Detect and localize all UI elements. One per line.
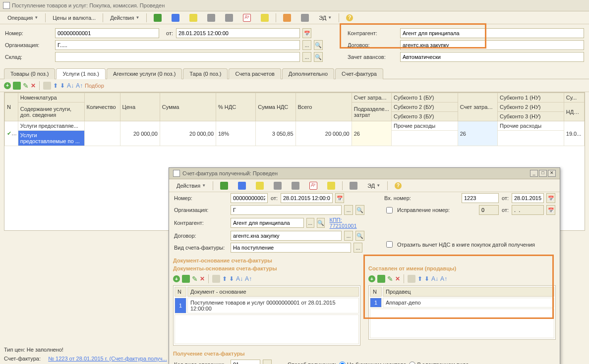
tab-invoice[interactable]: Счет-фактура bbox=[335, 68, 383, 79]
select-icon[interactable]: ... bbox=[344, 231, 353, 241]
table-row[interactable]: ✔ 1 Услуги предоставляе... 20 000,00 20 … bbox=[5, 121, 585, 131]
d-org-field[interactable] bbox=[231, 205, 342, 215]
invoice-link[interactable]: № 1223 от 28.01.2015 г. (Счет-фактура по… bbox=[48, 356, 167, 362]
seller-delete-icon[interactable]: ✕ bbox=[395, 275, 400, 282]
grid-body[interactable]: ✔ 1 Услуги предоставляе... 20 000,00 20 … bbox=[5, 121, 585, 146]
search-icon[interactable]: 🔍 bbox=[355, 205, 364, 215]
row-down-icon[interactable]: ⬇ bbox=[60, 82, 65, 89]
close-icon[interactable]: ✕ bbox=[548, 170, 556, 177]
calendar-icon[interactable]: 📅 bbox=[302, 28, 311, 38]
refresh-icon[interactable] bbox=[167, 12, 184, 24]
paper-radio[interactable]: На бумажном носителе bbox=[339, 362, 406, 364]
podbor-link[interactable]: Подбор bbox=[85, 83, 104, 89]
calendar-icon[interactable]: 📅 bbox=[546, 193, 555, 203]
tab-additional[interactable]: Дополнительно bbox=[282, 68, 334, 79]
dialog-report-icon[interactable] bbox=[345, 180, 362, 192]
select-icon[interactable]: ... bbox=[344, 205, 353, 215]
tab-accounts[interactable]: Счета расчетов bbox=[229, 68, 281, 79]
tab-goods[interactable]: Товары (0 поз.) bbox=[4, 68, 55, 79]
row-delete-icon[interactable]: ✕ bbox=[31, 82, 36, 89]
post-icon[interactable] bbox=[203, 12, 220, 24]
org-search-icon[interactable]: 🔍 bbox=[314, 40, 323, 50]
electronic-radio[interactable]: В электронном виде bbox=[409, 362, 469, 364]
seller-up-icon[interactable]: ⬆ bbox=[417, 275, 422, 282]
seller-sort-desc-icon[interactable]: A↑ bbox=[440, 275, 447, 282]
org-select-icon[interactable]: ... bbox=[302, 40, 311, 50]
warehouse-select-icon[interactable]: ... bbox=[302, 52, 311, 62]
seller-down-icon[interactable]: ⬇ bbox=[424, 275, 429, 282]
seller-add-icon[interactable]: + bbox=[368, 275, 375, 282]
warehouse-field[interactable] bbox=[55, 52, 300, 62]
table-row[interactable]: 1Аппарат-депо bbox=[370, 298, 554, 308]
date-field[interactable] bbox=[176, 28, 300, 38]
search-icon[interactable]: 🔍 bbox=[355, 231, 364, 241]
row-disable-icon[interactable] bbox=[43, 82, 51, 90]
actions-menu[interactable]: Действия▼ bbox=[106, 13, 144, 23]
d-contract-field[interactable] bbox=[231, 231, 342, 241]
table-row[interactable]: 1Поступление товаров и услуг 00000000001… bbox=[175, 298, 359, 313]
dialog-basis-icon[interactable] bbox=[323, 180, 340, 192]
tab-tare[interactable]: Тара (0 поз.) bbox=[183, 68, 228, 79]
doc-disable-icon[interactable] bbox=[212, 275, 220, 283]
help-icon[interactable]: ? bbox=[342, 12, 357, 23]
calendar-icon[interactable]: 📅 bbox=[335, 193, 344, 203]
dialog-refresh-icon[interactable] bbox=[234, 180, 250, 192]
doc-copy-icon[interactable] bbox=[182, 275, 190, 283]
d-incnum-field[interactable] bbox=[462, 193, 499, 203]
seller-disable-icon[interactable] bbox=[408, 275, 415, 283]
tab-agent-services[interactable]: Агентские услуги (0 поз.) bbox=[107, 68, 182, 79]
search-icon[interactable]: 🔍 bbox=[317, 218, 325, 228]
dialog-reverse-icon[interactable] bbox=[287, 180, 304, 192]
kpp-link[interactable]: КПП: 772101001 bbox=[330, 217, 364, 229]
dialog-dk-icon[interactable]: Дт bbox=[305, 180, 322, 192]
seller-sort-asc-icon[interactable]: A↓ bbox=[431, 275, 438, 282]
dk-icon[interactable]: Дт bbox=[238, 12, 255, 24]
doc-sort-asc-icon[interactable]: A↓ bbox=[236, 275, 243, 282]
report-icon[interactable] bbox=[296, 12, 313, 24]
add-icon[interactable] bbox=[149, 12, 166, 24]
d-contragent-field[interactable] bbox=[231, 218, 304, 228]
tab-services[interactable]: Услуги (1 поз.) bbox=[56, 68, 105, 79]
contragent-field[interactable] bbox=[400, 28, 584, 38]
dialog-add-icon[interactable] bbox=[216, 180, 233, 192]
calendar-icon[interactable]: 📅 bbox=[546, 205, 555, 215]
row-edit-icon[interactable]: ✎ bbox=[23, 82, 29, 90]
dialog-post-icon[interactable] bbox=[269, 180, 286, 192]
select-icon[interactable]: ... bbox=[306, 218, 314, 228]
prices-button[interactable]: Цены и валюта... bbox=[48, 13, 100, 23]
doc-down-icon[interactable]: ⬇ bbox=[229, 275, 234, 282]
sort-desc-icon[interactable]: A↑ bbox=[76, 82, 83, 89]
seller-edit-icon[interactable]: ✎ bbox=[387, 275, 393, 283]
advance-field[interactable] bbox=[400, 52, 584, 62]
operation-menu[interactable]: Операция▼ bbox=[3, 13, 43, 23]
doc-delete-icon[interactable]: ✕ bbox=[200, 275, 205, 282]
d-incdate-field[interactable] bbox=[512, 193, 544, 203]
doc-edit-icon[interactable]: ✎ bbox=[192, 275, 198, 283]
dialog-ed-menu[interactable]: ЭД▼ bbox=[363, 181, 385, 191]
row-add-icon[interactable]: + bbox=[4, 82, 11, 89]
minimize-icon[interactable]: _ bbox=[530, 170, 538, 177]
maximize-icon[interactable]: □ bbox=[539, 170, 547, 177]
org-field[interactable] bbox=[55, 40, 300, 50]
select-icon[interactable]: ... bbox=[353, 243, 362, 253]
d-sftype-field[interactable] bbox=[231, 243, 351, 253]
row-up-icon[interactable]: ⬆ bbox=[53, 82, 58, 89]
row-copy-icon[interactable] bbox=[13, 82, 21, 90]
dialog-actions-menu[interactable]: Действия▼ bbox=[172, 181, 210, 191]
correction-checkbox[interactable] bbox=[386, 207, 393, 213]
d-opcode-field[interactable] bbox=[231, 360, 260, 364]
dialog-help-icon[interactable]: ? bbox=[390, 180, 406, 191]
ed-menu[interactable]: ЭД▼ bbox=[314, 13, 336, 23]
contract-field[interactable] bbox=[400, 40, 584, 50]
doc-add-icon[interactable]: + bbox=[173, 275, 180, 282]
d-corr-num[interactable] bbox=[479, 205, 499, 215]
basis-icon[interactable] bbox=[256, 12, 273, 24]
d-date-field[interactable] bbox=[281, 193, 333, 203]
d-number-field[interactable] bbox=[231, 193, 268, 203]
seller-copy-icon[interactable] bbox=[377, 275, 385, 283]
doc-up-icon[interactable]: ⬆ bbox=[222, 275, 227, 282]
doc-sort-desc-icon[interactable]: A↑ bbox=[245, 275, 252, 282]
d-corr-date[interactable] bbox=[512, 205, 544, 215]
reverse-icon[interactable] bbox=[221, 12, 237, 24]
warehouse-search-icon[interactable]: 🔍 bbox=[314, 52, 323, 62]
